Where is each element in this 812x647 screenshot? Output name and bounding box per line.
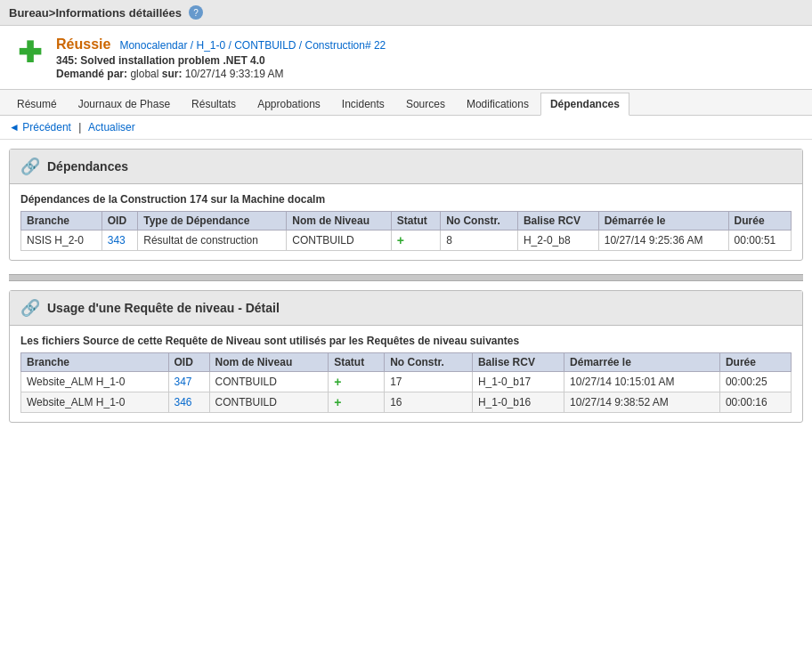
status-icon: + [397, 233, 404, 247]
breadcrumb-contbuild[interactable]: CONTBUILD [234, 39, 296, 52]
col-statut: Statut [391, 212, 440, 230]
tab-resultats[interactable]: Résultats [182, 93, 246, 115]
usage-title: Usage d'une Requête de niveau - Détail [47, 301, 280, 315]
col-demarree: Démarrée le [598, 212, 728, 230]
ucol-nom-niveau: Nom de Niveau [209, 353, 329, 372]
ucol-balise: Balise RCV [472, 353, 564, 372]
cell-no-constr: 17 [385, 372, 473, 392]
cell-no-constr: 16 [385, 392, 473, 413]
ucol-branche: Branche [21, 353, 169, 372]
oid-link[interactable]: 343 [108, 234, 126, 247]
cell-oid: 346 [168, 392, 209, 413]
cell-branche: Website_ALM H_1-0 [21, 372, 169, 392]
cell-branche: Website_ALM H_1-0 [21, 392, 169, 413]
chain-icon-2: 🔗 [20, 298, 40, 318]
cell-oid: 343 [102, 230, 137, 251]
cell-nom-niveau: CONTBUILD [209, 392, 329, 413]
cell-type: Résultat de construction [138, 230, 287, 251]
col-no-constr: No Constr. [441, 212, 518, 230]
cell-demarree: 10/27/14 10:15:01 AM [564, 372, 720, 392]
ucol-oid: OID [168, 353, 209, 372]
section-separator [9, 274, 803, 281]
ucol-duree: Durée [719, 353, 791, 372]
tab-resume[interactable]: Résumé [7, 93, 67, 115]
help-icon[interactable]: ? [189, 5, 203, 20]
usage-table: Branche OID Nom de Niveau Statut No Cons… [20, 352, 792, 413]
tab-sources[interactable]: Sources [396, 93, 455, 115]
cell-demarree: 10/27/14 9:38:52 AM [564, 392, 720, 413]
col-type: Type de Dépendance [138, 212, 287, 230]
tab-incidents[interactable]: Incidents [332, 93, 394, 115]
usage-header-row: Branche OID Nom de Niveau Statut No Cons… [21, 353, 792, 372]
usage-body: Les fichiers Source de cette Requête de … [10, 326, 802, 422]
cell-statut: + [329, 392, 385, 413]
usage-header: 🔗 Usage d'une Requête de niveau - Détail [10, 291, 802, 326]
dependencies-body: Dépendances de la Construction 174 sur l… [10, 184, 802, 260]
ucol-statut: Statut [329, 353, 385, 372]
col-balise: Balise RCV [517, 212, 598, 230]
build-info: ✚ Réussie Monocalendar / H_1-0 / CONTBUI… [0, 26, 812, 89]
build-breadcrumb: Monocalendar / H_1-0 / CONTBUILD / Const… [119, 39, 386, 52]
col-branche: Branche [21, 212, 102, 230]
cell-balise: H_2-0_b8 [517, 230, 598, 251]
usage-panel: 🔗 Usage d'une Requête de niveau - Détail… [9, 290, 803, 423]
cell-statut: + [329, 372, 385, 392]
build-date: 10/27/14 9:33:19 AM [185, 68, 284, 80]
ucol-demarree: Démarrée le [564, 353, 720, 372]
build-requester: Demandé par: global sur: 10/27/14 9:33:1… [56, 68, 386, 80]
cell-duree: 00:00:16 [719, 392, 791, 413]
cell-nom-niveau: CONTBUILD [209, 372, 329, 392]
table-row: Website_ALM H_1-0 347 CONTBUILD + 17 H_1… [21, 372, 792, 392]
dependencies-table: Branche OID Type de Dépendance Nom de Ni… [20, 211, 792, 251]
oid-link[interactable]: 347 [175, 376, 192, 388]
dependencies-desc: Dépendances de la Construction 174 sur l… [20, 193, 792, 206]
build-details: Réussie Monocalendar / H_1-0 / CONTBUILD… [56, 36, 386, 80]
nav-separator: | [78, 121, 81, 133]
cell-nom-niveau: CONTBUILD [287, 230, 391, 251]
on-label: sur: [162, 68, 183, 80]
cell-oid: 347 [168, 372, 209, 392]
chain-icon: 🔗 [20, 157, 40, 176]
tab-approbations[interactable]: Approbations [248, 93, 330, 115]
nav-links: ◄ Précédent | Actualiser [0, 116, 812, 140]
breadcrumb-construction22[interactable]: Construction# 22 [305, 39, 386, 52]
breadcrumb-h10[interactable]: H_1-0 [196, 39, 225, 52]
build-status-line: Réussie Monocalendar / H_1-0 / CONTBUILD… [56, 36, 386, 53]
tab-dependances[interactable]: Dépendances [540, 93, 629, 116]
requester-label: Demandé par: [56, 68, 127, 80]
header-title: Bureau>Informations détaillées [9, 6, 182, 20]
breadcrumb-monocalendar[interactable]: Monocalendar [119, 39, 187, 52]
build-status-icon: ✚ [13, 36, 45, 69]
table-row: Website_ALM H_1-0 346 CONTBUILD + 16 H_1… [21, 392, 792, 413]
dependencies-panel: 🔗 Dépendances Dépendances de la Construc… [9, 149, 803, 261]
ucol-no-constr: No Constr. [385, 353, 473, 372]
cell-no-constr: 8 [441, 230, 518, 251]
table-row: NSIS H_2-0 343 Résultat de construction … [21, 230, 792, 251]
content-area: 🔗 Dépendances Dépendances de la Construc… [0, 140, 812, 445]
cell-duree: 00:00:25 [719, 372, 791, 392]
build-description: 345: Solved installation problem .NET 4.… [56, 54, 386, 67]
cell-balise: H_1-0_b16 [472, 392, 564, 413]
cell-demarree: 10/27/14 9:25:36 AM [598, 230, 728, 251]
usage-desc: Les fichiers Source de cette Requête de … [20, 335, 792, 347]
build-status-text: Réussie [56, 36, 110, 52]
oid-link[interactable]: 346 [175, 396, 192, 408]
col-oid: OID [102, 212, 137, 230]
cell-statut: + [391, 230, 440, 251]
col-nom-niveau: Nom de Niveau [287, 212, 391, 230]
col-duree: Durée [728, 212, 791, 230]
green-cross-icon: ✚ [18, 38, 42, 67]
tab-modifications[interactable]: Modifications [457, 93, 539, 115]
tab-journaux[interactable]: Journaux de Phase [69, 93, 180, 115]
cell-duree: 00:00:51 [728, 230, 791, 251]
requester-value: global [130, 68, 158, 80]
tabs-bar: Résumé Journaux de Phase Résultats Appro… [0, 89, 812, 116]
prev-link[interactable]: ◄ Précédent [9, 121, 71, 133]
cell-branche: NSIS H_2-0 [21, 230, 102, 251]
refresh-link[interactable]: Actualiser [88, 121, 135, 133]
header-bar: Bureau>Informations détaillées ? [0, 0, 812, 26]
dependencies-header: 🔗 Dépendances [10, 150, 802, 184]
dependencies-header-row: Branche OID Type de Dépendance Nom de Ni… [21, 212, 792, 230]
cell-balise: H_1-0_b17 [472, 372, 564, 392]
dependencies-title: Dépendances [47, 159, 128, 174]
